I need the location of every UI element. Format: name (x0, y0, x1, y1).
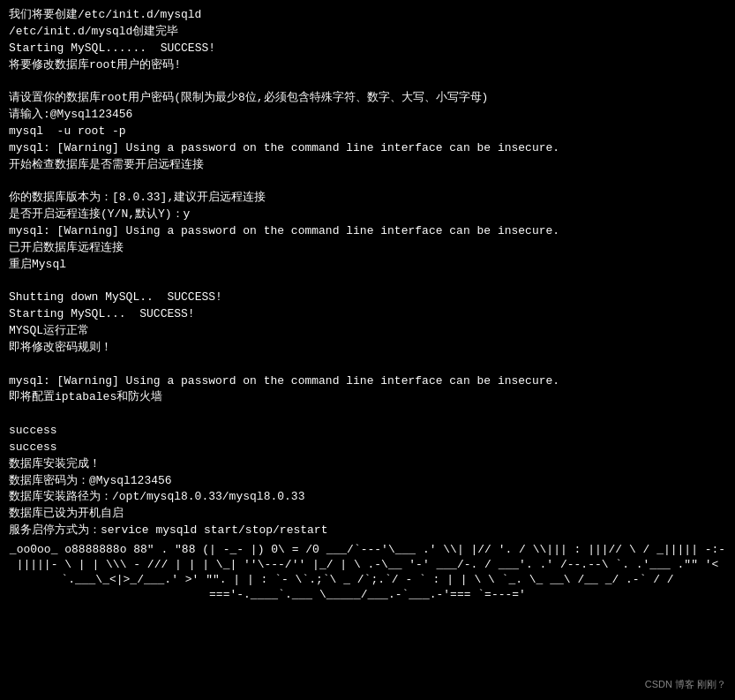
ascii-art-display: _oo0oo_ o8888888o 88" . "88 (| -_- |) 0\… (9, 543, 726, 603)
watermark: CSDN 博客 刚刚？ (645, 678, 726, 691)
terminal-window: 我们将要创建/etc/init.d/mysqld /etc/init.d/mys… (0, 0, 735, 700)
terminal-output: 我们将要创建/etc/init.d/mysqld /etc/init.d/mys… (9, 7, 726, 539)
